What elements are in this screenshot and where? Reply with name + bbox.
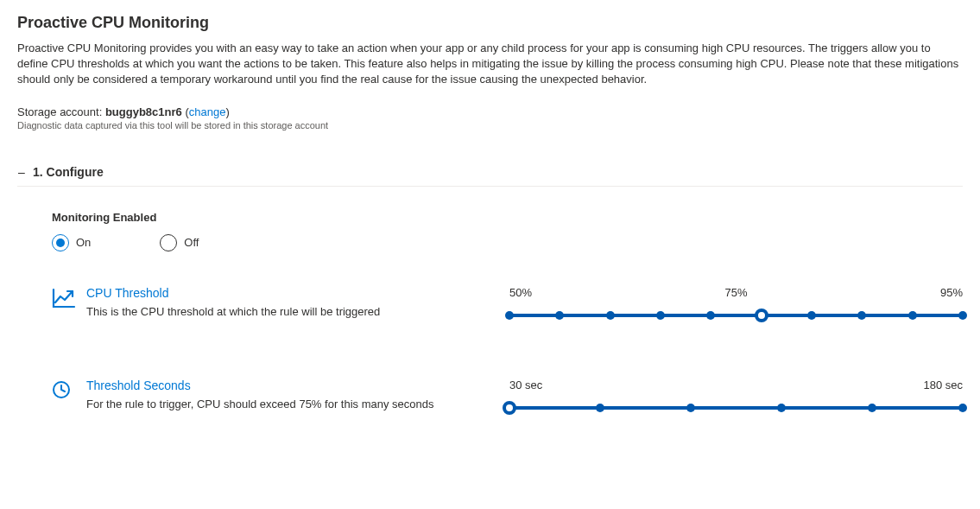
setting-threshold-seconds: Threshold Seconds For the rule to trigge… [52,379,963,410]
section-title: 1. Configure [33,165,104,179]
cpu-threshold-max-label: 95% [940,286,963,299]
chart-line-icon [52,288,86,309]
collapse-icon: – [17,165,26,179]
radio-off[interactable]: Off [160,234,199,251]
threshold-seconds-title: Threshold Seconds [86,379,492,392]
slider-tick [807,311,816,320]
threshold-seconds-text: Threshold Seconds For the rule to trigge… [86,379,509,410]
threshold-seconds-desc: For the rule to trigger, CPU should exce… [86,398,492,410]
storage-account-name: buggyb8c1nr6 [105,105,182,118]
slider-tick [596,404,604,412]
threshold-seconds-min-label: 30 sec [509,379,542,391]
cpu-threshold-title: CPU Threshold [86,286,492,300]
cpu-threshold-min-label: 50% [509,286,532,299]
slider-tick [686,404,695,412]
radio-circle-on [52,234,69,251]
slider-thumb[interactable] [503,401,516,415]
slider-tick [958,404,967,412]
cpu-threshold-slider-area: 50% 75% 95% [509,286,963,317]
slider-tick [958,311,967,320]
paren-close: ) [225,105,229,118]
radio-off-label: Off [184,236,199,249]
cpu-threshold-slider[interactable] [509,314,963,317]
slider-tick [505,311,514,320]
threshold-seconds-max-label: 180 sec [923,379,963,391]
slider-tick [555,311,564,320]
cpu-threshold-mid-label: 75% [724,286,747,299]
threshold-seconds-labels: 30 sec 180 sec [509,379,963,394]
slider-tick [777,404,786,412]
monitoring-enabled-group: Monitoring Enabled On Off [52,211,963,251]
threshold-seconds-slider-area: 30 sec 180 sec [509,379,963,410]
slider-tick [706,311,715,320]
clock-icon [52,380,86,399]
radio-on[interactable]: On [52,234,91,251]
slider-tick [606,311,615,320]
page-title: Proactive CPU Monitoring [17,14,963,32]
cpu-threshold-labels: 50% 75% 95% [509,286,963,302]
cpu-threshold-desc: This is the CPU threshold at which the r… [86,305,492,318]
paren-open: ( [182,105,189,118]
storage-account-line: Storage account: buggyb8c1nr6 (change) [17,105,963,118]
storage-note: Diagnostic data captured via this tool w… [17,120,963,130]
slider-tick [656,311,665,320]
cpu-threshold-text: CPU Threshold This is the CPU threshold … [86,286,509,318]
radio-circle-off [160,234,177,251]
slider-tick [868,404,876,412]
slider-thumb[interactable] [755,309,768,322]
storage-change-link[interactable]: change [189,105,226,118]
setting-cpu-threshold: CPU Threshold This is the CPU threshold … [52,286,963,318]
slider-tick [857,311,866,320]
storage-label: Storage account: [17,105,105,118]
radio-on-label: On [76,236,91,249]
threshold-seconds-slider[interactable] [509,406,963,410]
section-header-configure[interactable]: – 1. Configure [17,165,963,187]
monitoring-enabled-label: Monitoring Enabled [52,211,963,224]
monitoring-radio-row: On Off [52,234,963,251]
slider-tick [908,311,917,320]
page-description: Proactive CPU Monitoring provides you wi… [17,41,963,88]
radio-inner-on [56,239,65,247]
